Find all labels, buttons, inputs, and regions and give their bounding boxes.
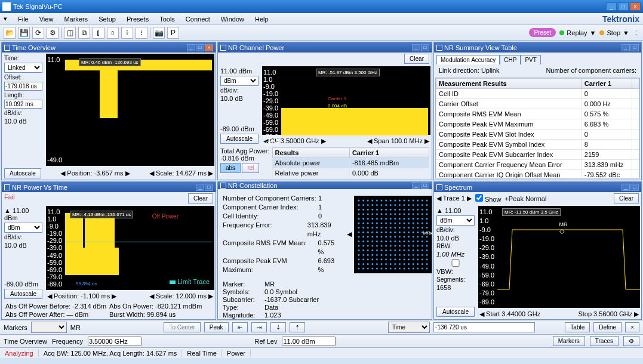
autoscale-button[interactable]: Autoscale xyxy=(436,307,475,317)
refresh-icon[interactable]: ⟳ xyxy=(32,27,44,39)
svg-point-186 xyxy=(403,249,405,251)
show-checkbox[interactable] xyxy=(475,194,483,202)
tool-6-icon[interactable]: ⁝ xyxy=(136,27,147,39)
offset-input[interactable] xyxy=(4,82,42,91)
tool-1-icon[interactable]: ◫ xyxy=(64,27,76,39)
tool-5-icon[interactable]: ⁞ xyxy=(121,27,133,39)
panel-min-icon[interactable]: _ xyxy=(187,44,195,51)
svg-point-230 xyxy=(385,263,387,264)
minimize-button[interactable]: _ xyxy=(606,2,617,11)
peak-button[interactable]: Peak xyxy=(204,322,229,332)
gear-icon[interactable]: ⚙ xyxy=(47,27,59,39)
svg-point-41 xyxy=(399,208,401,210)
tab-chp[interactable]: CHP xyxy=(500,55,521,64)
autoscale-button[interactable]: Autoscale xyxy=(4,168,41,178)
markers-button[interactable]: Markers xyxy=(553,336,585,346)
rel-button[interactable]: rel xyxy=(242,163,259,173)
panel-close-icon[interactable]: × xyxy=(205,44,213,51)
peak-down-button[interactable]: ⇣ xyxy=(270,322,286,332)
menu-presets[interactable]: Presets xyxy=(122,14,153,24)
length-input[interactable] xyxy=(4,100,42,109)
panel-max-icon[interactable]: □ xyxy=(421,182,429,189)
menu-file[interactable]: File xyxy=(13,14,33,24)
unit-select[interactable]: dBm xyxy=(220,76,259,86)
abs-button[interactable]: abs xyxy=(220,163,241,173)
prev-icon[interactable]: ◀ xyxy=(347,230,352,238)
preset-button[interactable]: Preset xyxy=(529,28,556,37)
maximize-button[interactable]: □ xyxy=(618,2,629,11)
menu-markers[interactable]: Markers xyxy=(59,14,93,24)
vbw-checkbox[interactable] xyxy=(436,259,475,267)
panel-min-icon[interactable]: _ xyxy=(196,184,204,191)
to-center-button[interactable]: To Center xyxy=(164,322,200,332)
clear-button[interactable]: Clear xyxy=(404,54,429,64)
panel-max-icon[interactable]: □ xyxy=(196,44,204,51)
svg-point-151 xyxy=(389,240,391,242)
stop-label[interactable]: Stop xyxy=(607,29,620,36)
tool-3-icon[interactable]: ⫿ xyxy=(93,27,104,39)
svg-point-90 xyxy=(403,222,405,224)
marker-select[interactable] xyxy=(31,322,67,333)
panel-title: NR Summary View Table xyxy=(444,44,517,51)
time-select[interactable]: Linked xyxy=(4,63,42,73)
frequency-input[interactable] xyxy=(88,337,141,346)
open-icon[interactable]: 📂 xyxy=(4,27,16,39)
menu-setup[interactable]: Setup xyxy=(94,14,121,24)
p-icon[interactable]: P xyxy=(167,27,179,39)
peak-left-button[interactable]: ⇤ xyxy=(232,322,248,332)
panel-max-icon[interactable]: □ xyxy=(205,184,213,191)
autoscale-button[interactable]: Autoscale xyxy=(4,289,42,299)
tool-4-icon[interactable]: ⫾ xyxy=(107,27,119,39)
svg-point-241 xyxy=(362,267,364,269)
panel-max-icon[interactable]: □ xyxy=(630,184,639,191)
table-button[interactable]: Table xyxy=(565,322,590,332)
close-markers-button[interactable]: × xyxy=(625,322,639,332)
tool-2-icon[interactable]: ⧉ xyxy=(78,27,90,39)
svg-point-128 xyxy=(358,236,359,237)
status-realtime: Real Time xyxy=(182,350,222,357)
panel-max-icon[interactable]: □ xyxy=(421,44,429,51)
clear-button[interactable]: Clear xyxy=(188,193,213,203)
define-button[interactable]: Define xyxy=(593,322,622,332)
svg-point-67 xyxy=(371,217,373,219)
panel-min-icon[interactable]: _ xyxy=(622,184,630,191)
channel-power-plot[interactable]: 11.01.0-9.0-19.0-29.0-39.0-49.0-59.0-69.… xyxy=(262,66,430,135)
time-overview-plot[interactable]: 11.0-49.0 MR: 0.46 dBm -136.693 us xyxy=(46,54,214,166)
peak-right-button[interactable]: ⇥ xyxy=(251,322,267,332)
tab-modulation[interactable]: Modulation Accuracy xyxy=(436,55,500,64)
svg-point-76 xyxy=(412,217,414,219)
svg-point-131 xyxy=(371,236,373,237)
camera-icon[interactable]: 📷 xyxy=(153,27,165,39)
svg-point-103 xyxy=(389,227,391,229)
spectrum-plot[interactable]: 11.01.0-9.0-19.0-29.0-39.0-49.0-59.0-69.… xyxy=(478,206,640,308)
constellation-plot[interactable]: MR▸ xyxy=(354,196,432,273)
window-title: Tek SignalVu-PC xyxy=(13,3,63,10)
tab-pvt[interactable]: PVT xyxy=(521,55,540,64)
reflev-input[interactable] xyxy=(282,337,336,346)
traces-button[interactable]: Traces xyxy=(590,336,619,346)
save-icon[interactable]: 💾 xyxy=(18,27,30,39)
menu-view[interactable]: View xyxy=(35,14,59,24)
panel-min-icon[interactable]: _ xyxy=(622,44,630,51)
menu-connect[interactable]: Connect xyxy=(181,14,215,24)
replay-label[interactable]: Replay xyxy=(567,29,587,36)
unit-select[interactable]: dBm xyxy=(4,223,42,233)
more-icon[interactable]: ⋮ xyxy=(633,29,639,36)
clear-button[interactable]: Clear xyxy=(614,193,639,203)
panel-max-icon[interactable]: □ xyxy=(630,44,639,51)
menu-help[interactable]: Help xyxy=(250,14,273,24)
pvt-plot[interactable]: 11.01.0-9.0-19.0-29.0-39.0-49.0-59.0-69.… xyxy=(46,206,214,290)
domain-select[interactable]: Time xyxy=(388,322,430,333)
peak-up-button[interactable]: ⇡ xyxy=(290,322,305,332)
panel-summary-table: NR Summary View Table_□ Modulation Accur… xyxy=(433,42,642,180)
close-button[interactable]: × xyxy=(630,2,641,11)
marker-value-input[interactable] xyxy=(433,322,535,332)
menu-window[interactable]: Window xyxy=(216,14,249,24)
autoscale-button[interactable]: Autoscale xyxy=(220,134,259,144)
menu-tools[interactable]: Tools xyxy=(155,14,180,24)
panel-min-icon[interactable]: _ xyxy=(412,182,420,189)
gear-button[interactable]: ⚙ xyxy=(623,336,639,346)
svg-point-206 xyxy=(422,254,423,255)
unit-select[interactable]: dBm xyxy=(436,215,475,226)
panel-min-icon[interactable]: _ xyxy=(412,44,420,51)
